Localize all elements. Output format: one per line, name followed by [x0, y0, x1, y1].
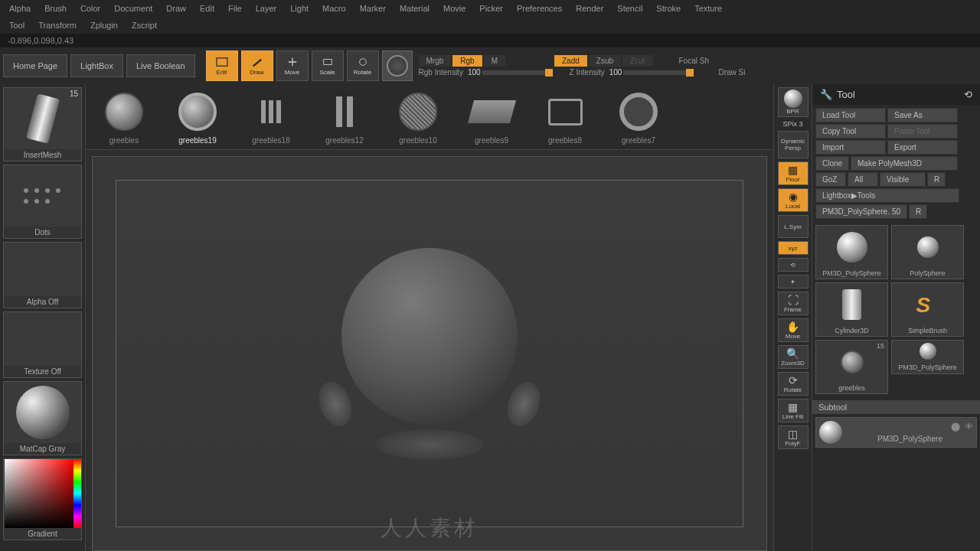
greeble-item[interactable]: greebles8 [531, 89, 599, 145]
color-selector[interactable]: Gradient [3, 458, 82, 540]
menu-picker[interactable]: Picker [473, 2, 509, 15]
brush-selector[interactable]: 15 InsertMesh [3, 87, 82, 161]
stroke-selector[interactable]: Dots [3, 165, 82, 239]
menu-material[interactable]: Material [394, 2, 436, 15]
menu-light[interactable]: Light [284, 2, 315, 15]
polyf-button[interactable]: ◫PolyF [778, 425, 808, 449]
color-picker[interactable] [5, 459, 74, 528]
lightbox-button[interactable]: LightBox [70, 54, 123, 77]
local-button[interactable]: ◉Local [778, 188, 808, 212]
zoom-button[interactable]: 🔍Zoom3D [778, 345, 808, 369]
menu-texture[interactable]: Texture [688, 2, 728, 15]
paint-toggle-icon[interactable]: ⬤ [951, 422, 960, 432]
menu-document[interactable]: Document [108, 2, 158, 15]
import-button[interactable]: Import [815, 140, 886, 155]
home-page-button[interactable]: Home Page [3, 54, 67, 77]
menu-stencil[interactable]: Stencil [611, 2, 648, 15]
material-selector[interactable]: MatCap Gray [3, 381, 82, 455]
greeble-item[interactable]: greebles19 [164, 89, 231, 145]
draw-mode-button[interactable]: Draw [241, 51, 273, 81]
m-button[interactable]: M [484, 55, 505, 67]
axis-lock-button[interactable]: ⟲ [778, 258, 808, 272]
menu-stroke[interactable]: Stroke [650, 2, 687, 15]
menu-movie[interactable]: Movie [437, 2, 472, 15]
move-mode-button[interactable]: Move [276, 51, 309, 81]
tool-item[interactable]: PolySphere [891, 225, 964, 279]
menu-alpha[interactable]: Alpha [3, 2, 37, 15]
mrgb-button[interactable]: Mrgb [419, 55, 452, 67]
lsym-button[interactable]: L.Sym [778, 215, 808, 238]
greeble-item[interactable]: greebles [90, 89, 158, 145]
goz-button[interactable]: GoZ [815, 172, 846, 187]
menu-zscript[interactable]: Zscript [126, 18, 163, 32]
menu-transform[interactable]: Transform [32, 18, 83, 32]
refresh-icon[interactable]: ⟲ [964, 89, 972, 100]
move-icon [286, 57, 299, 67]
zadd-button[interactable]: Zadd [554, 55, 587, 67]
menu-preferences[interactable]: Preferences [511, 2, 568, 15]
subtool-header[interactable]: Subtool [812, 400, 980, 414]
save-as-button[interactable]: Save As [887, 108, 958, 122]
menu-brush[interactable]: Brush [38, 2, 73, 15]
visibility-toggle-icon[interactable]: 👁 [965, 422, 973, 432]
edit-mode-button[interactable]: Edit [206, 51, 238, 81]
tool-r-button[interactable]: R [909, 204, 927, 219]
lightbox-tools-button[interactable]: Lightbox▶Tools [815, 188, 959, 203]
viewport[interactable]: 人人素材 [92, 156, 767, 551]
zsub-button[interactable]: Zsub [589, 55, 621, 67]
frame-button[interactable]: ⛶Frame [778, 292, 808, 315]
tool-item[interactable]: Cylinder3D [815, 282, 888, 337]
make-polymesh-button[interactable]: Make PolyMesh3D [851, 156, 958, 171]
scale-mode-button[interactable]: Scale [312, 51, 344, 81]
rgb-button[interactable]: Rgb [452, 55, 482, 67]
current-brush-icon[interactable] [382, 51, 413, 81]
export-button[interactable]: Export [887, 140, 958, 155]
dynamic-button[interactable]: DynamicPersp [778, 131, 808, 158]
axis-button[interactable]: ✦ [778, 275, 808, 289]
alpha-selector[interactable]: Alpha Off [3, 242, 82, 308]
zcut-button[interactable]: Zcut [622, 55, 652, 67]
copy-tool-button[interactable]: Copy Tool [815, 124, 886, 139]
rotate-mode-button[interactable]: Rotate [347, 51, 379, 81]
tool-item[interactable]: 15greebles [815, 340, 888, 394]
menu-layer[interactable]: Layer [250, 2, 283, 15]
greeble-item[interactable]: greebles9 [458, 89, 525, 145]
menu-tool[interactable]: Tool [3, 18, 31, 32]
greeble-item[interactable]: greebles7 [605, 89, 672, 145]
bpr-button[interactable]: BPR [778, 87, 808, 117]
greeble-item[interactable]: greebles10 [384, 89, 452, 145]
floor-button[interactable]: ▦Floor [778, 161, 808, 185]
brush-palette: greebles greebles19 greebles18 greebles1… [86, 84, 773, 150]
texture-selector[interactable]: Texture Off [3, 311, 82, 378]
subtool-item[interactable]: ⬤ 👁 PM3D_PolySphere [815, 417, 977, 448]
greeble-item[interactable]: greebles18 [237, 89, 305, 145]
rotate-view-button[interactable]: ⟳Rotate [778, 372, 808, 396]
menu-marker[interactable]: Marker [354, 2, 392, 15]
live-boolean-button[interactable]: Live Boolean [126, 54, 195, 77]
tool-item[interactable]: SSimpleBrush [891, 282, 964, 337]
menu-draw[interactable]: Draw [160, 2, 192, 15]
rgb-intensity-slider[interactable] [482, 70, 551, 75]
menu-zplugin[interactable]: Zplugin [84, 18, 124, 32]
tool-item[interactable]: PM3D_PolySphere [891, 340, 964, 374]
menu-macro[interactable]: Macro [316, 2, 352, 15]
z-intensity-slider[interactable] [623, 70, 692, 75]
tool-panel-header[interactable]: 🔧 Tool ⟲ [812, 84, 980, 105]
hue-slider[interactable] [74, 459, 81, 528]
linefill-button[interactable]: ▦Line Fill [778, 399, 808, 422]
tool-item[interactable]: PM3D_PolySphere [815, 225, 888, 279]
goz-all-button[interactable]: All [848, 172, 878, 187]
menu-render[interactable]: Render [570, 2, 609, 15]
goz-visible-button[interactable]: Visible [880, 172, 926, 187]
menu-edit[interactable]: Edit [194, 2, 220, 15]
tool-name-field[interactable]: PM3D_PolySphere.50 [815, 204, 907, 219]
goz-r-button[interactable]: R [927, 172, 946, 187]
paste-tool-button[interactable]: Paste Tool [887, 124, 958, 139]
menu-color[interactable]: Color [74, 2, 106, 15]
move-view-button[interactable]: ✋Move [778, 318, 808, 342]
load-tool-button[interactable]: Load Tool [815, 108, 886, 122]
menu-file[interactable]: File [222, 2, 248, 15]
greeble-item[interactable]: greebles12 [311, 89, 378, 145]
xyz-button[interactable]: xyz [778, 241, 808, 255]
clone-button[interactable]: Clone [815, 156, 849, 171]
